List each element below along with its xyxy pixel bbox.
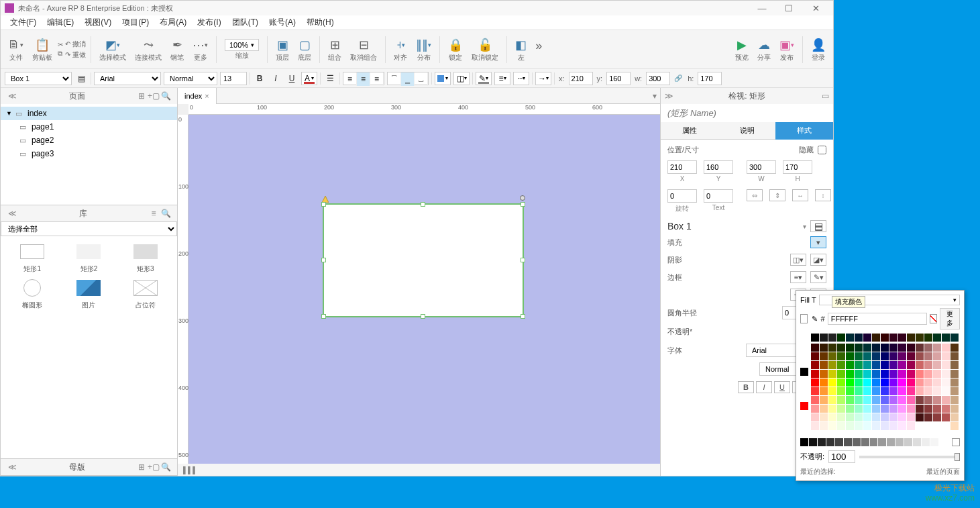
page-item-page1[interactable]: ▭page1 (1, 120, 177, 134)
color-swatch[interactable] (889, 344, 897, 352)
menu-icon[interactable]: ≡ (148, 209, 160, 218)
color-swatch[interactable] (889, 334, 897, 342)
color-swatch[interactable] (916, 378, 924, 387)
w-input[interactable] (646, 72, 670, 85)
color-swatch[interactable] (861, 438, 869, 446)
tb-align[interactable]: ⫞▾对齐 (390, 34, 411, 66)
color-swatch[interactable] (881, 396, 889, 404)
color-swatch[interactable] (907, 387, 915, 395)
underline-btn[interactable]: U (285, 72, 298, 85)
add-folder-icon[interactable]: ⊞ (135, 462, 148, 472)
y-input[interactable] (606, 72, 631, 85)
menu-edit[interactable]: 编辑(E) (42, 15, 79, 30)
color-swatch[interactable] (889, 361, 897, 369)
minimize-button[interactable]: ― (749, 1, 775, 15)
color-swatch[interactable] (846, 370, 854, 378)
more-colors-btn[interactable]: 更多 (940, 308, 960, 329)
insp-italic-btn[interactable]: I (756, 381, 772, 393)
lib-placeholder[interactable]: 占位符 (119, 278, 172, 310)
color-swatch[interactable] (898, 387, 906, 395)
insp-h-input[interactable] (783, 160, 812, 174)
font-color-btn[interactable]: A▾ (301, 72, 317, 85)
add-folder-icon[interactable]: ⊞ (135, 91, 148, 101)
color-swatch[interactable] (855, 370, 863, 378)
color-swatch[interactable] (924, 352, 932, 360)
lib-rect3[interactable]: 矩形3 (119, 242, 172, 274)
color-swatch[interactable] (800, 368, 808, 376)
bold-btn[interactable]: B (253, 72, 266, 85)
color-swatch[interactable] (826, 438, 834, 446)
tab-properties[interactable]: 属性 (661, 122, 718, 140)
canvas-tab-index[interactable]: index× (178, 88, 217, 104)
color-swatch[interactable] (872, 334, 880, 342)
valign-top-btn[interactable]: ⎴ (388, 72, 401, 86)
color-swatch[interactable] (950, 361, 959, 369)
color-swatch[interactable] (942, 344, 950, 352)
h-input[interactable] (698, 72, 722, 85)
color-swatch[interactable] (863, 396, 871, 404)
color-swatch[interactable] (855, 334, 863, 342)
color-swatch[interactable] (942, 378, 950, 387)
tb-ungroup[interactable]: ⊟取消组合 (347, 34, 380, 66)
color-swatch[interactable] (907, 334, 915, 342)
shape-style-select[interactable]: Box 1 (5, 72, 72, 85)
flip-h-btn[interactable]: ⇔ (747, 189, 763, 201)
color-swatch[interactable] (942, 422, 950, 430)
color-swatch[interactable] (933, 334, 941, 342)
color-swatch[interactable] (924, 378, 932, 387)
tb-preview[interactable]: ▶预览 (732, 34, 752, 66)
color-swatch[interactable] (846, 378, 854, 387)
color-swatch[interactable] (828, 422, 836, 430)
tb-lock[interactable]: 🔒锁定 (445, 34, 466, 66)
menu-account[interactable]: 账号(A) (264, 15, 301, 30)
color-swatch[interactable] (872, 413, 880, 421)
color-swatch[interactable] (950, 396, 959, 404)
tb-zoom[interactable]: 100% ▾缩放 (221, 34, 262, 66)
color-swatch[interactable] (898, 396, 906, 404)
valign-bottom-btn[interactable]: ⎵ (415, 72, 428, 86)
color-swatch[interactable] (863, 405, 871, 413)
color-swatch[interactable] (855, 405, 863, 413)
color-swatch[interactable] (800, 438, 808, 446)
color-swatch[interactable] (820, 344, 828, 352)
tb-select-mode[interactable]: ◩▾选择模式 (96, 34, 129, 66)
color-swatch[interactable] (811, 370, 819, 378)
color-swatch[interactable] (863, 387, 871, 395)
search-icon[interactable]: 🔍 (160, 209, 172, 218)
tb-overflow[interactable]: » (532, 34, 545, 66)
tb-back[interactable]: ▢底层 (294, 34, 315, 66)
widget-name-input[interactable] (661, 104, 833, 122)
style-paint-btn[interactable]: ▤ (74, 72, 88, 85)
tb-left[interactable]: ◧左 (512, 34, 530, 66)
color-swatch[interactable] (820, 378, 828, 387)
fill-color-swatch[interactable]: ▾ (810, 236, 826, 248)
color-swatch[interactable] (837, 422, 845, 430)
page-item-page2[interactable]: ▭page2 (1, 134, 177, 147)
color-swatch[interactable] (916, 352, 924, 360)
color-swatch[interactable] (933, 378, 941, 387)
color-swatch[interactable] (828, 370, 836, 378)
color-swatch[interactable] (837, 387, 845, 395)
color-swatch[interactable] (950, 370, 959, 378)
collapse-icon[interactable]: ≪ (6, 209, 18, 218)
bullets-btn[interactable]: ☰ (323, 72, 337, 85)
notes-icon[interactable]: ▭ (822, 91, 829, 101)
color-swatch[interactable] (904, 438, 912, 446)
color-swatch[interactable] (950, 405, 959, 413)
color-swatch[interactable] (898, 405, 906, 413)
color-swatch[interactable] (837, 413, 845, 421)
color-swatch[interactable] (889, 422, 897, 430)
tb-distribute[interactable]: ‖‖▾分布 (413, 34, 435, 66)
color-swatch[interactable] (889, 378, 897, 387)
color-swatch[interactable] (950, 344, 959, 352)
line-color-btn[interactable]: ✎▾ (476, 72, 492, 85)
outer-shadow-swatch[interactable]: ◫▾ (790, 254, 806, 266)
color-swatch[interactable] (820, 361, 828, 369)
color-swatch[interactable] (907, 344, 915, 352)
color-swatch[interactable] (907, 378, 915, 387)
close-tab-icon[interactable]: × (205, 92, 209, 100)
color-swatch[interactable] (933, 361, 941, 369)
tb-undo[interactable]: ↶撤消 (65, 40, 86, 49)
color-swatch[interactable] (811, 361, 819, 369)
color-swatch[interactable] (950, 387, 959, 395)
